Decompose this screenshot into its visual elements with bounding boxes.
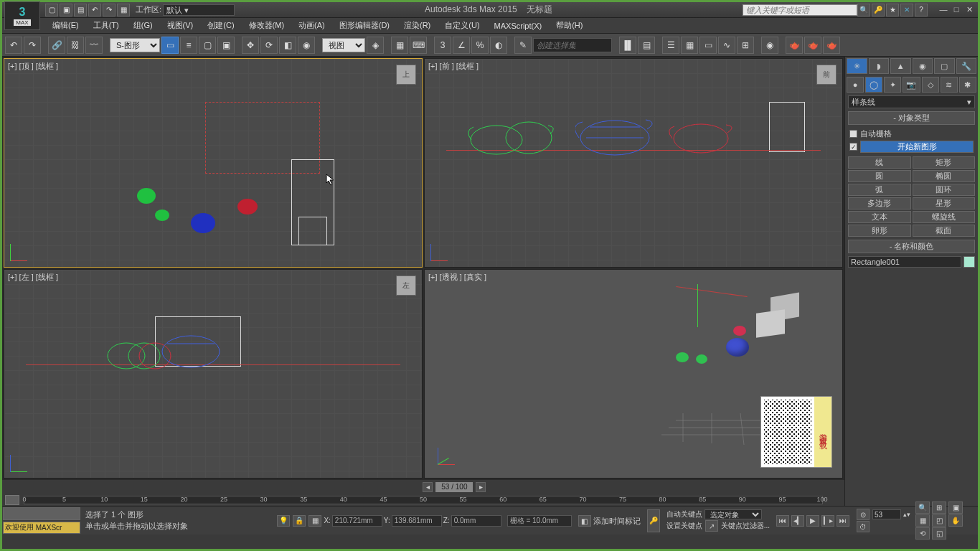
cameras-cat-icon[interactable]: 📷 — [903, 77, 920, 93]
lightbulb-icon[interactable]: 💡 — [277, 515, 290, 527]
curve-editor-icon[interactable]: ∿ — [718, 37, 735, 54]
setkey-button[interactable]: 设置关键点 — [666, 521, 702, 531]
lock-icon[interactable]: 🔒 — [293, 515, 306, 527]
exchange-icon[interactable]: ✕ — [900, 4, 913, 17]
align-icon[interactable]: ▤ — [638, 37, 655, 54]
viewport-persp-label[interactable]: [+] [透视 ] [真实 ] — [428, 272, 486, 283]
edit-named-sel-icon[interactable]: ✎ — [514, 37, 532, 54]
bind-spacewarp-icon[interactable]: 〰 — [85, 37, 103, 54]
zoom-extents-all-icon[interactable]: ▦ — [915, 514, 930, 527]
object-color-swatch[interactable] — [963, 256, 975, 268]
menu-tools[interactable]: 工具(T) — [86, 20, 126, 31]
ellipse-button[interactable]: 椭圆 — [913, 170, 976, 182]
display-tab-icon[interactable]: ▢ — [934, 58, 955, 74]
menu-create[interactable]: 创建(C) — [200, 20, 241, 31]
donut-button[interactable]: 圆环 — [913, 184, 976, 196]
ngon-button[interactable]: 多边形 — [848, 197, 911, 209]
manipulate-icon[interactable]: ▦ — [391, 37, 408, 54]
viewport-perspective[interactable]: [+] [透视 ] [真实 ] 学习资料下载 — [424, 269, 843, 479]
menu-views[interactable]: 视图(V) — [160, 20, 201, 31]
section-button[interactable]: 截面 — [913, 225, 976, 237]
ref-coord-combo[interactable]: 视图 — [322, 38, 365, 52]
coord-x-input[interactable] — [332, 515, 382, 527]
redo-button[interactable]: ↷ — [24, 37, 41, 54]
systems-cat-icon[interactable]: ✱ — [959, 77, 976, 93]
add-time-tag[interactable]: 添加时间标记 — [593, 516, 641, 527]
viewcube-front[interactable]: 前 — [816, 65, 837, 85]
create-tab-icon[interactable]: ✳ — [847, 58, 867, 74]
menu-edit[interactable]: 编辑(E) — [45, 20, 86, 31]
rotate-icon[interactable]: ⟳ — [260, 37, 278, 54]
key-icon[interactable]: 🔑 — [872, 4, 885, 17]
rollout-name-color[interactable]: - 名称和颜色 — [848, 240, 975, 253]
viewport-left[interactable]: [+] [左 ] [线框 ] 左 — [4, 269, 423, 479]
orbit-icon[interactable]: ⟲ — [915, 527, 930, 540]
undo-button[interactable]: ↶ — [5, 37, 22, 54]
lights-cat-icon[interactable]: ✦ — [884, 77, 901, 93]
goto-start-icon[interactable]: ⏮ — [776, 515, 789, 527]
keyboard-shortcut-icon[interactable]: ⌨ — [410, 37, 427, 54]
menu-maxscript[interactable]: MAXScript(X) — [487, 22, 550, 30]
autokey-button[interactable]: 自动关键点 — [666, 509, 702, 519]
modify-tab-icon[interactable]: ◗ — [869, 58, 890, 74]
window-crossing-icon[interactable]: ▣ — [217, 37, 235, 54]
menu-animation[interactable]: 动画(A) — [291, 20, 332, 31]
app-logo[interactable]: 3MAX — [4, 1, 40, 30]
circle-button[interactable]: 圆 — [848, 170, 911, 182]
menu-rendering[interactable]: 渲染(R) — [397, 20, 438, 31]
time-tag-icon[interactable]: ◧ — [578, 515, 591, 527]
menu-graph[interactable]: 图形编辑器(D) — [332, 20, 397, 31]
pivot-icon[interactable]: ◈ — [367, 37, 384, 54]
welcome-button[interactable]: 欢迎使用 MAXScr — [3, 522, 80, 534]
named-selection-input[interactable] — [533, 38, 612, 52]
next-key-icon[interactable]: ▸ — [476, 482, 486, 492]
key-filters-icon[interactable]: ↗ — [705, 520, 718, 532]
coord-z-input[interactable] — [451, 515, 501, 527]
setkey-big-icon[interactable]: 🔑 — [647, 509, 660, 532]
placement-icon[interactable]: ◉ — [298, 37, 315, 54]
project-icon[interactable]: ▦ — [117, 4, 130, 17]
hierarchy-tab-icon[interactable]: ▲ — [890, 58, 911, 74]
current-frame-input[interactable] — [872, 509, 901, 519]
key-filters-button[interactable]: 关键点过滤器... — [721, 521, 770, 531]
menu-modifiers[interactable]: 修改器(M) — [242, 20, 292, 31]
arc-button[interactable]: 弧 — [848, 184, 911, 196]
open-icon[interactable]: ▣ — [60, 4, 72, 17]
star-icon[interactable]: ★ — [886, 4, 899, 17]
utilities-tab-icon[interactable]: 🔧 — [956, 58, 977, 74]
select-object-icon[interactable]: ▭ — [161, 37, 179, 54]
text-button[interactable]: 文本 — [848, 211, 911, 223]
rollout-object-type[interactable]: - 对象类型 — [848, 111, 975, 125]
move-icon[interactable]: ✥ — [242, 37, 259, 54]
zoom-all-icon[interactable]: ⊞ — [932, 501, 946, 514]
key-target-combo[interactable]: 选定对象 — [705, 509, 762, 519]
key-mode-icon[interactable]: ⊙ — [857, 509, 870, 520]
setkey-mode-toggle[interactable] — [5, 495, 19, 505]
save-icon[interactable]: ▤ — [74, 4, 87, 17]
menu-group[interactable]: 组(G) — [126, 20, 160, 31]
spinner-snap-icon[interactable]: ◐ — [490, 37, 507, 54]
rectangle-button[interactable]: 矩形 — [913, 156, 976, 169]
egg-button[interactable]: 卵形 — [848, 225, 911, 237]
viewcube-left[interactable]: 左 — [396, 276, 416, 296]
percent-snap-icon[interactable]: % — [471, 37, 489, 54]
layer-manager-icon[interactable]: ☰ — [662, 37, 679, 54]
redo-icon[interactable]: ↷ — [103, 4, 116, 17]
time-slider-handle[interactable]: 53 / 100 — [435, 482, 473, 492]
star-button[interactable]: 星形 — [913, 197, 976, 209]
shapes-cat-icon[interactable]: ◯ — [865, 77, 882, 93]
motion-tab-icon[interactable]: ◉ — [913, 58, 933, 74]
viewport-top-label[interactable]: [+] [顶 ] [线框 ] — [8, 61, 58, 72]
zoom-icon[interactable]: 🔍 — [915, 501, 930, 514]
autogrid-checkbox[interactable] — [849, 130, 857, 138]
selection-filter-combo[interactable]: S-图形 — [110, 38, 160, 52]
time-slider[interactable]: ◂ 53 / 100 ▸ — [2, 480, 844, 494]
schematic-icon[interactable]: ⊞ — [737, 37, 754, 54]
helpers-cat-icon[interactable]: ◇ — [922, 77, 939, 93]
workspace-combo[interactable]: 默认 ▾ — [163, 4, 235, 16]
timeline-ruler[interactable]: 0510152025303540455055606570758085909510… — [2, 494, 844, 506]
prev-key-icon[interactable]: ◂ — [423, 482, 433, 492]
menu-help[interactable]: 帮助(H) — [549, 20, 590, 31]
unlink-icon[interactable]: ⛓ — [67, 37, 84, 54]
pan-icon[interactable]: ✋ — [948, 514, 963, 527]
